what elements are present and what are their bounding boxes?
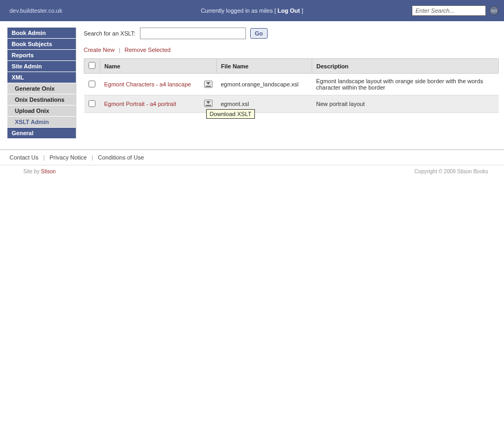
footer-credits: Site by Stison Copyright © 2009 Stison B… <box>0 165 504 178</box>
sidebar-item-generate-onix[interactable]: Generate Onix <box>7 83 76 94</box>
download-icon[interactable] <box>204 81 213 88</box>
global-search-input[interactable] <box>412 5 486 16</box>
contact-us-link[interactable]: Contact Us <box>10 154 38 161</box>
create-new-link[interactable]: Create New <box>84 47 114 53</box>
login-suffix: ] <box>300 7 303 14</box>
description-cell: Egmont landscape layout with orange side… <box>312 74 499 95</box>
header-name: Name <box>100 59 217 74</box>
remove-selected-link[interactable]: Remove Selected <box>125 47 171 53</box>
sidebar-item-site-admin[interactable]: Site Admin <box>7 61 76 72</box>
table-row: Egmont Characters - a4 lanscape egmont.o… <box>84 74 499 95</box>
sidebar: Book Admin Book Subjects Reports Site Ad… <box>7 28 76 139</box>
header-file: File Name <box>217 59 312 74</box>
xslt-search-row: Search for an XSLT: Go <box>84 28 499 39</box>
description-cell: New portrait layout <box>312 95 499 113</box>
footer-links: Contact Us | Privacy Notice | Conditions… <box>0 149 504 165</box>
top-bar: dev.buildtester.co.uk Currently logged i… <box>0 0 504 21</box>
download-tooltip: Download XSLT <box>206 109 255 119</box>
site-by: Site by Stison <box>23 169 56 174</box>
stison-link[interactable]: Stison <box>41 169 56 174</box>
sidebar-item-xslt-admin[interactable]: XSLT Admin <box>7 117 76 128</box>
login-prefix: Currently logged in as miles [ <box>201 7 278 14</box>
xslt-name-link[interactable]: Egmont Portrait - a4 portrait <box>104 101 176 107</box>
privacy-notice-link[interactable]: Privacy Notice <box>49 154 86 161</box>
download-icon[interactable] <box>204 100 213 107</box>
xslt-search-label: Search for an XSLT: <box>84 30 136 37</box>
xslt-search-go-button[interactable]: Go <box>250 28 268 39</box>
header-desc: Description <box>312 59 499 74</box>
global-search: GO <box>412 5 499 16</box>
login-status: Currently logged in as miles [ Log Out ] <box>201 7 303 14</box>
sidebar-item-onix-destinations[interactable]: Onix Destinations <box>7 94 76 105</box>
sidebar-item-reports[interactable]: Reports <box>7 50 76 61</box>
logout-link[interactable]: Log Out <box>278 7 300 14</box>
xslt-name-link[interactable]: Egmont Characters - a4 lanscape <box>104 81 191 87</box>
separator: | <box>119 47 120 53</box>
main-content: Search for an XSLT: Go Create New | Remo… <box>84 28 504 113</box>
domain-label: dev.buildtester.co.uk <box>10 7 62 14</box>
row-checkbox[interactable] <box>89 100 95 107</box>
sidebar-item-book-subjects[interactable]: Book Subjects <box>7 39 76 50</box>
xslt-search-input[interactable] <box>140 28 246 39</box>
row-checkbox[interactable] <box>89 81 95 87</box>
sidebar-item-upload-onix[interactable]: Upload Onix <box>7 105 76 117</box>
separator: | <box>92 154 93 161</box>
sidebar-item-general[interactable]: General <box>7 128 76 139</box>
copyright: Copyright © 2009 Stison Books <box>414 169 488 174</box>
global-search-go-button[interactable]: GO <box>489 6 499 15</box>
table-row: Egmont Portrait - a4 portrait Download X… <box>84 95 499 113</box>
file-name-cell: egmont.orange_landscape.xsl <box>217 74 312 95</box>
xslt-table: Name File Name Description Egmont Charac… <box>84 58 499 113</box>
action-links: Create New | Remove Selected <box>84 47 499 53</box>
conditions-link[interactable]: Conditions of Use <box>98 154 144 161</box>
separator: | <box>43 154 45 161</box>
select-all-checkbox[interactable] <box>89 62 95 69</box>
sidebar-item-book-admin[interactable]: Book Admin <box>7 28 76 39</box>
header-checkbox-cell <box>84 59 100 74</box>
sidebar-item-xml[interactable]: XML <box>7 72 76 83</box>
